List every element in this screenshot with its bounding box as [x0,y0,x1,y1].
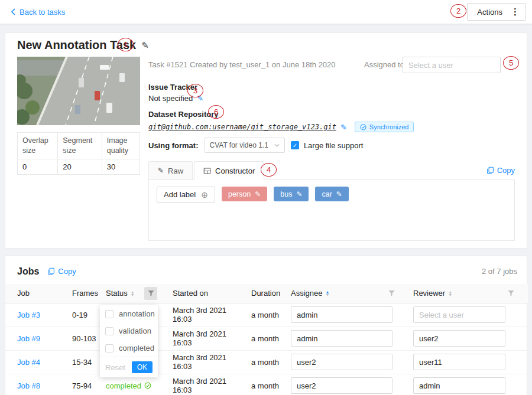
jobs-table-header-row: Job Frames Status ▲ ▼ [5,284,528,303]
actions-button[interactable]: Actions ⋮ [467,3,526,21]
label-tag-bus[interactable]: bus ✎ [274,187,309,201]
task-preview-image [17,57,140,125]
add-label-button[interactable]: Add label ⊕ [157,187,215,203]
sort-reviewer-control[interactable]: ▲ ▼ [448,290,452,296]
filter-option-completed[interactable]: completed [100,339,158,357]
chevron-down-icon [274,143,280,147]
param-value-quality: 30 [102,159,140,174]
sync-status-text: Synchronized [369,123,409,130]
column-header-reviewer[interactable]: Reviewer ▲ ▼ [408,284,528,303]
reviewer-input[interactable] [413,377,505,394]
started-cell: March 3rd 2021 16:03 [168,303,246,327]
labels-constructor-panel: Add label ⊕ person ✎ bus ✎ car ✎ [148,180,515,241]
job-link[interactable]: Job #3 [17,311,40,319]
sort-assignee-control[interactable]: ▲ ▼ [325,290,329,296]
jobs-title: Jobs [17,266,39,277]
job-link[interactable]: Job #9 [17,334,40,343]
filter-reset-button[interactable]: Reset [105,363,125,372]
back-to-tasks-label: Back to tasks [20,8,65,17]
more-icon: ⋮ [511,6,520,17]
started-cell: March 3rd 2021 16:03 [168,350,246,374]
reviewer-input[interactable] [413,306,505,323]
issue-tracker-value: Not specified [148,94,193,103]
assigned-to-label: Assigned to [364,60,404,69]
build-icon [203,167,211,175]
column-header-job: Job [5,284,67,303]
annotation-marker-3: 3 [187,84,203,97]
frames-cell: 90-103 [67,327,101,350]
assignee-select-input[interactable] [403,57,501,73]
duration-cell: a month [246,374,286,395]
label-tag-person[interactable]: person ✎ [222,187,267,201]
annotation-marker-1: 1 [118,38,134,51]
reviewer-input[interactable] [413,354,505,370]
caret-down-icon: ▼ [131,293,135,296]
dataset-repository-block: Dataset Repository git@github.com:userna… [148,110,414,132]
label-tag-bus-name: bus [280,190,292,198]
copy-labels-button[interactable]: Copy [486,166,515,175]
filter-option-label: annotation [119,309,155,318]
param-value-segment: 20 [58,159,102,174]
edit-label-icon: ✎ [255,190,261,198]
tab-constructor[interactable]: Constructor [194,161,264,180]
large-file-support-label: Large file support [304,141,363,150]
back-to-tasks-link[interactable]: Back to tasks [11,8,65,17]
filter-option-validation[interactable]: validation [100,322,158,339]
label-tag-car[interactable]: car ✎ [315,187,348,201]
edit-title-icon[interactable]: ✎ [141,40,149,51]
assignee-input[interactable] [291,330,392,347]
repository-url[interactable]: git@github.com:username/git_storage_v123… [148,123,336,131]
tab-raw[interactable]: ✎ Raw [148,161,193,180]
jobs-header: Jobs Copy 2 of 7 jobs [5,256,527,284]
copy-jobs-label: Copy [58,267,76,276]
jobs-card: Jobs Copy 2 of 7 jobs Job Frames [5,256,527,395]
large-file-support-checkbox[interactable]: ✓ Large file support [291,141,363,150]
caret-down-icon: ▼ [448,293,452,296]
column-header-duration: Duration [246,284,286,303]
actions-label: Actions [477,8,502,17]
filter-assignee-icon[interactable] [385,287,398,300]
check-circle-icon [144,382,151,389]
started-cell: March 3rd 2021 16:03 [168,327,246,350]
format-row: Using format: CVAT for video 1.1 ✓ Large… [148,137,363,154]
filter-ok-button[interactable]: OK [132,361,153,373]
status-header-label: Status [106,289,128,298]
table-row: Job #8 75-94 completed March 3rd 2021 16… [5,374,528,395]
sync-status-badge: Synchronized [355,122,414,132]
job-link[interactable]: Job #4 [17,358,40,367]
checkbox-unchecked-icon [105,327,113,335]
chevron-left-icon [11,8,15,15]
column-header-frames: Frames [67,284,101,303]
column-header-assignee[interactable]: Assignee ▲ ▼ [286,284,408,303]
param-value-overlap: 0 [18,159,58,174]
task-params-table: Overlap size Segment size Image quality … [17,132,140,175]
param-header-segment: Segment size [58,133,102,159]
column-header-status[interactable]: Status ▲ ▼ [101,284,168,303]
reviewer-header-label: Reviewer [413,289,445,298]
edit-repository-icon[interactable]: ✎ [340,123,347,132]
assignee-input[interactable] [291,354,392,370]
copy-icon [486,167,494,174]
task-details-card: New Annotation Task ✎ [5,32,527,249]
filter-option-label: completed [119,344,154,352]
reviewer-input[interactable] [413,330,505,347]
caret-down-icon: ▼ [325,293,329,296]
jobs-count: 2 of 7 jobs [482,267,517,276]
pencil-icon: ✎ [158,167,164,175]
annotation-marker-6: 6 [208,105,224,119]
annotation-marker-4: 4 [261,163,277,177]
frames-cell: 0-19 [67,303,101,327]
format-select[interactable]: CVAT for video 1.1 [205,138,285,153]
filter-reviewer-icon[interactable] [504,287,517,300]
sort-status-control[interactable]: ▲ ▼ [131,290,135,296]
filter-status-icon[interactable] [144,287,157,300]
copy-jobs-button[interactable]: Copy [47,267,76,276]
assignee-input[interactable] [291,306,392,323]
job-link[interactable]: Job #8 [17,381,40,390]
filter-dropdown-footer: Reset OK [100,357,158,377]
add-label-text: Add label [164,190,196,199]
duration-cell: a month [246,327,286,350]
filter-option-annotation[interactable]: annotation [100,305,158,322]
assignee-input[interactable] [291,377,392,394]
status-text: completed [106,381,141,390]
